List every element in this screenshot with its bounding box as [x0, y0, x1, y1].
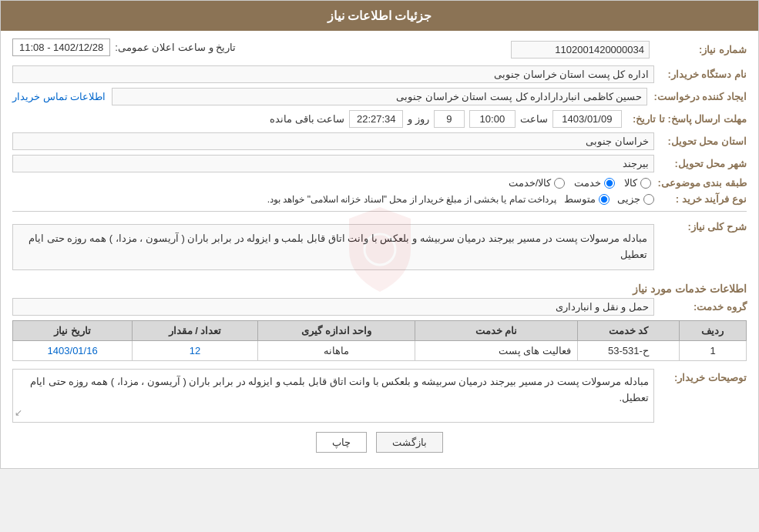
process-jozi-radio[interactable]: [643, 194, 654, 205]
category-khedmat-label: خدمت: [574, 177, 601, 189]
col-name: نام خدمت: [415, 321, 577, 341]
deadline-time-field: 10:00: [469, 110, 516, 128]
process-jozi-item[interactable]: جزیی: [617, 193, 654, 205]
buyer-org-label: نام دستگاه خریدار:: [654, 69, 747, 80]
deadline-day-label: روز و: [408, 113, 429, 125]
process-motavasset-item[interactable]: متوسط: [564, 193, 610, 205]
buyer-notes-label: توصیحات خریدار:: [654, 369, 747, 383]
process-jozi-label: جزیی: [617, 193, 640, 205]
print-button[interactable]: چاپ: [316, 432, 367, 453]
table-row: 1 ح-531-53 فعالیت های پست ماهانه 12 1403…: [13, 341, 747, 361]
deadline-remaining-label: ساعت باقی مانده: [270, 113, 344, 125]
deadline-days-field: 9: [434, 110, 465, 128]
buyer-org-field: اداره کل پست استان خراسان جنوبی: [12, 65, 654, 83]
col-code: کد خدمت: [577, 321, 679, 341]
need-number-label: شماره نیاز:: [654, 44, 747, 55]
category-label: طبقه بندی موضوعی:: [651, 177, 747, 189]
services-table: ردیف کد خدمت نام خدمت واحد اندازه گیری ت…: [12, 320, 747, 361]
buyer-notes-box: مبادله مرسولات پست در مسیر بیرجند درمیان…: [12, 369, 654, 423]
divider-1: [12, 211, 747, 212]
deadline-time-label: ساعت: [520, 113, 548, 125]
cell-unit: ماهانه: [257, 341, 415, 361]
services-info-title: اطلاعات خدمات مورد نیاز: [12, 283, 747, 295]
category-khedmat-radio[interactable]: [604, 178, 615, 189]
col-quantity: تعداد / مقدار: [133, 321, 257, 341]
delivery-city-label: شهر محل تحویل:: [654, 158, 747, 169]
process-motavasset-label: متوسط: [564, 193, 596, 205]
delivery-province-label: استان محل تحویل:: [654, 136, 747, 147]
delivery-city-field: بیرجند: [12, 155, 654, 172]
need-description-label: شرح کلی نیاز:: [654, 218, 747, 233]
process-type-group: جزیی متوسط پرداخت تمام یا بخشی از مبلغ خ…: [12, 193, 654, 205]
need-description-box: مبادله مرسولات پست در مسیر بیرجند درمیان…: [12, 224, 654, 270]
category-kala-item[interactable]: کالا: [624, 177, 651, 189]
category-group: کالا خدمت کالا/خدمت: [12, 177, 651, 189]
category-khedmat-item[interactable]: خدمت: [574, 177, 615, 189]
page-title: جزئیات اطلاعات نیاز: [1, 1, 758, 31]
creator-label: ایجاد کننده درخواست:: [647, 91, 747, 102]
process-motavasset-radio[interactable]: [599, 194, 610, 205]
col-date: تاریخ نیاز: [13, 321, 133, 341]
category-kala-khedmat-radio[interactable]: [554, 178, 565, 189]
process-type-label: نوع فرآیند خرید :: [654, 193, 747, 205]
service-group-field: حمل و نقل و انبارداری: [12, 298, 654, 316]
deadline-remaining-field: 22:27:34: [349, 110, 403, 128]
category-kala-khedmat-label: کالا/خدمت: [509, 177, 552, 189]
contact-link[interactable]: اطلاعات تماس خریدار: [12, 91, 106, 102]
service-group-label: گروه خدمت:: [654, 301, 747, 313]
buyer-notes-row: توصیحات خریدار: مبادله مرسولات پست در مس…: [12, 369, 747, 423]
back-button[interactable]: بازگشت: [376, 432, 443, 453]
need-number-field: 1102001420000034: [511, 41, 650, 59]
announce-label: تاریخ و ساعت اعلان عمومی:: [115, 42, 236, 53]
deadline-label: مهلت ارسال پاسخ: تا تاریخ:: [626, 113, 747, 125]
cell-code: ح-531-53: [577, 341, 679, 361]
cell-quantity: 12: [133, 341, 257, 361]
announce-date-field: 1402/12/28 - 11:08: [12, 38, 110, 56]
buttons-row: بازگشت چاپ: [12, 432, 747, 453]
cell-name: فعالیت های پست: [415, 341, 577, 361]
delivery-province-field: خراسان جنوبی: [12, 132, 654, 150]
deadline-date-field: 1403/01/09: [552, 110, 622, 128]
cell-row: 1: [679, 341, 746, 361]
category-kala-label: کالا: [624, 177, 637, 189]
col-row: ردیف: [679, 321, 746, 341]
process-type-note: پرداخت تمام یا بخشی از مبلغ خریدار از مح…: [12, 194, 556, 205]
col-unit: واحد اندازه گیری: [257, 321, 415, 341]
category-kala-khedmat-item[interactable]: کالا/خدمت: [509, 177, 566, 189]
category-kala-radio[interactable]: [640, 178, 651, 189]
creator-field: حسین کاظمی انبارداراداره کل پست استان خر…: [112, 88, 647, 105]
cell-date: 1403/01/16: [13, 341, 133, 361]
